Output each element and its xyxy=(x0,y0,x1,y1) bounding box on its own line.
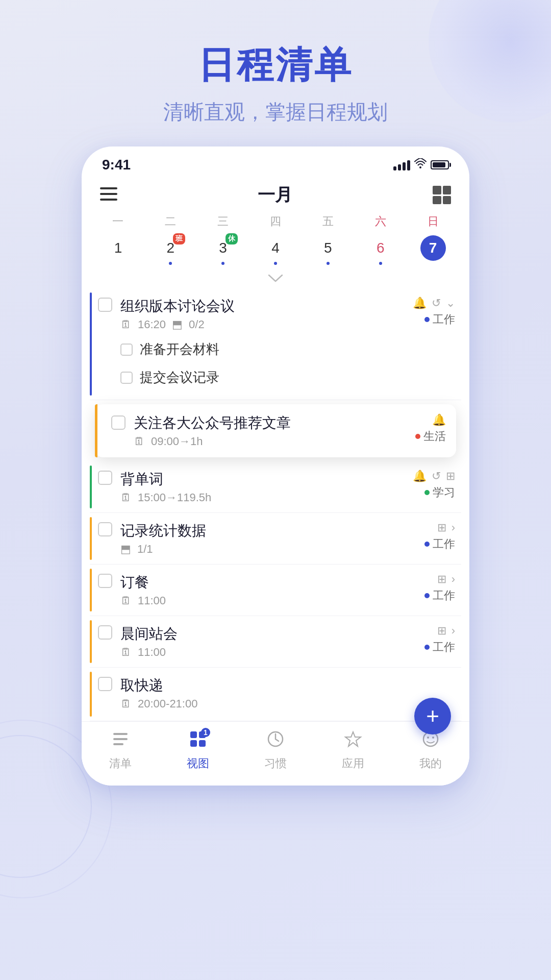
subtask-title-1-2: 提交会议记录 xyxy=(140,369,219,386)
task-title-5: 订餐 xyxy=(120,573,424,592)
task-row-2: 关注各大公众号推荐文章 🗓 09:00→1h 🔔 生活 xyxy=(105,413,446,448)
svg-point-0 xyxy=(419,166,421,168)
subtask-checkbox-1-2[interactable] xyxy=(120,372,133,384)
task-item-2[interactable]: 关注各大公众号推荐文章 🗓 09:00→1h 🔔 生活 xyxy=(95,404,456,457)
arrow-icon-6[interactable]: › xyxy=(452,624,455,638)
arrow-icon-4[interactable]: › xyxy=(452,521,455,534)
weekday-sat: 六 xyxy=(354,212,407,231)
date-7[interactable]: 7 xyxy=(407,233,459,267)
task-content-5: 订餐 🗓 11:00 xyxy=(120,573,424,607)
subtask-1-1[interactable]: 准备开会材料 xyxy=(120,335,455,363)
app-header: 一月 xyxy=(82,178,469,212)
date-5[interactable]: 5 xyxy=(302,233,354,267)
date-1[interactable]: 1 xyxy=(92,233,144,267)
task-list: 组织版本讨论会议 🗓 16:20 ⬒ 0/2 🔔 ↺ ⌄ xyxy=(82,288,469,721)
tag-label-3: 学习 xyxy=(433,485,455,500)
fab-icon: + xyxy=(426,703,439,729)
nav-label-view: 视图 xyxy=(187,756,209,771)
tag-label-2: 生活 xyxy=(423,429,446,444)
signal-icon xyxy=(393,159,410,170)
task-time-5: 11:00 xyxy=(138,594,166,607)
weekday-tue: 二 xyxy=(144,212,197,231)
nav-item-app[interactable]: 应用 xyxy=(314,730,392,771)
task-checkbox-4[interactable] xyxy=(98,522,112,536)
task-time-icon-2: 🗓 xyxy=(134,435,145,448)
nav-item-me[interactable]: 我的 xyxy=(392,730,469,771)
date-2[interactable]: 2 班 xyxy=(144,233,197,267)
expand-icon-1[interactable]: ⌄ xyxy=(446,297,455,310)
arrow-icon-5[interactable]: › xyxy=(452,573,455,586)
weekday-sun: 日 xyxy=(407,212,459,231)
task-title-2: 关注各大公众号推荐文章 xyxy=(134,413,415,433)
weekday-fri: 五 xyxy=(302,212,354,231)
svg-rect-3 xyxy=(100,199,117,201)
tag-dot-2 xyxy=(415,434,420,439)
nav-item-list[interactable]: 清单 xyxy=(82,730,159,771)
task-actions-3: 🔔 ↺ ⊞ 学习 xyxy=(413,470,455,500)
nav-icon-view: 1 xyxy=(189,730,207,753)
alarm-icon-1: 🔔 xyxy=(413,297,427,310)
task-title-1: 组织版本讨论会议 xyxy=(120,297,413,316)
date-dot-4 xyxy=(274,262,277,265)
nav-label-list: 清单 xyxy=(109,756,132,771)
task-bar-4 xyxy=(90,517,92,560)
task-item-7[interactable]: 取快递 🗓 20:00-21:00 xyxy=(90,668,461,721)
subtask-checkbox-1-1[interactable] xyxy=(120,344,133,356)
repeat-icon-3: ↺ xyxy=(432,470,441,483)
task-checkbox-2[interactable] xyxy=(111,415,126,430)
task-actions-5: ⊞ › 工作 xyxy=(424,573,455,603)
menu-icon[interactable] xyxy=(100,187,117,203)
task-checkbox-6[interactable] xyxy=(98,625,112,640)
task-tag-4: 工作 xyxy=(424,536,455,552)
repeat-icon-1: ↺ xyxy=(432,297,441,310)
view-toggle-icon[interactable] xyxy=(433,186,451,204)
calendar-expand-icon[interactable] xyxy=(82,271,469,288)
task-row-main-1: 组织版本讨论会议 🗓 16:20 ⬒ 0/2 🔔 ↺ ⌄ xyxy=(98,297,455,331)
task-actions-1: 🔔 ↺ ⌄ 工作 xyxy=(413,297,455,327)
task-checkbox-5[interactable] xyxy=(98,574,112,588)
calendar-dates-row: 1 2 班 3 休 4 5 6 7 xyxy=(82,233,469,267)
task-bar-6 xyxy=(90,620,92,663)
nav-icon-habit xyxy=(266,730,285,753)
svg-rect-1 xyxy=(100,187,117,189)
nav-label-habit: 习惯 xyxy=(264,756,287,771)
grid-icon-6: ⊞ xyxy=(437,624,446,638)
task-item-4[interactable]: 记录统计数据 ⬒ 1/1 ⊞ › 工作 xyxy=(90,513,461,565)
date-6[interactable]: 6 xyxy=(354,233,407,267)
svg-marker-12 xyxy=(345,732,361,746)
task-tag-3: 学习 xyxy=(424,485,455,500)
svg-point-15 xyxy=(432,737,434,739)
nav-label-app: 应用 xyxy=(342,756,364,771)
date-dot-3 xyxy=(221,262,224,265)
tag-dot-4 xyxy=(424,542,430,547)
task-checkbox-7[interactable] xyxy=(98,677,112,691)
task-item-6[interactable]: 晨间站会 🗓 11:00 ⊞ › 工作 xyxy=(90,616,461,668)
svg-rect-9 xyxy=(190,740,197,747)
task-time-2: 09:00→1h xyxy=(151,435,203,448)
status-icons xyxy=(393,158,449,172)
task-item-3[interactable]: 背单词 🗓 15:00→119.5h 🔔 ↺ ⊞ 学习 xyxy=(90,461,461,513)
tag-label-6: 工作 xyxy=(433,640,455,655)
nav-icon-app xyxy=(344,730,362,753)
task-subtask-4: 1/1 xyxy=(137,543,153,556)
weekday-wed: 三 xyxy=(197,212,249,231)
grid-icon-4: ⊞ xyxy=(437,521,446,534)
task-checkbox-3[interactable] xyxy=(98,471,112,485)
nav-item-habit[interactable]: 习惯 xyxy=(237,730,314,771)
status-bar: 9:41 xyxy=(82,146,469,178)
task-title-4: 记录统计数据 xyxy=(120,521,424,541)
nav-item-view[interactable]: 1 视图 xyxy=(159,730,237,771)
task-item-5[interactable]: 订餐 🗓 11:00 ⊞ › 工作 xyxy=(90,565,461,616)
nav-label-me: 我的 xyxy=(419,756,442,771)
task-item-1[interactable]: 组织版本讨论会议 🗓 16:20 ⬒ 0/2 🔔 ↺ ⌄ xyxy=(90,288,461,400)
date-3[interactable]: 3 休 xyxy=(197,233,249,267)
alarm-icon-3: 🔔 xyxy=(413,470,427,483)
task-checkbox-1[interactable] xyxy=(98,298,112,312)
date-4[interactable]: 4 xyxy=(249,233,302,267)
task-content-3: 背单词 🗓 15:00→119.5h xyxy=(120,470,413,504)
fab-add-button[interactable]: + xyxy=(414,698,451,734)
subtask-1-2[interactable]: 提交会议记录 xyxy=(120,363,455,391)
svg-rect-10 xyxy=(199,740,206,747)
task-meta-2: 🗓 09:00→1h xyxy=(134,435,415,448)
task-tag-6: 工作 xyxy=(424,640,455,655)
